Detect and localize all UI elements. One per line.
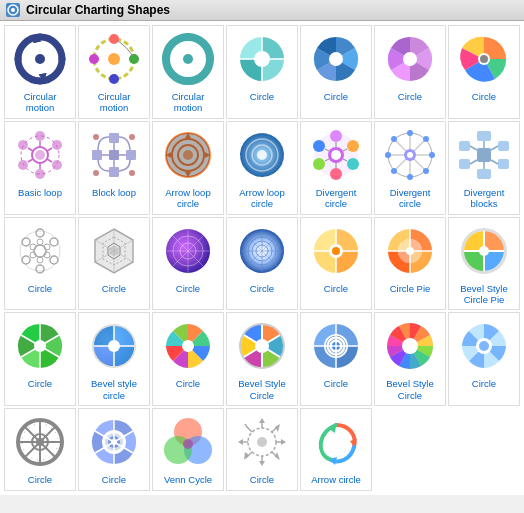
shape-label: Circle bbox=[324, 283, 348, 294]
svg-point-112 bbox=[50, 238, 58, 246]
shape-circle-1[interactable]: Circle bbox=[226, 25, 298, 119]
shape-circle-4[interactable]: Circle bbox=[448, 25, 520, 119]
shape-circle-16[interactable]: Circle bbox=[226, 408, 298, 490]
shape-circle-15[interactable]: Circle bbox=[78, 408, 150, 490]
svg-line-41 bbox=[28, 159, 33, 162]
shape-label: Circle bbox=[324, 378, 348, 389]
shape-label: Divergentcircle bbox=[390, 187, 431, 210]
svg-marker-212 bbox=[259, 418, 265, 423]
shape-label: Circle bbox=[250, 283, 274, 294]
svg-marker-222 bbox=[275, 452, 280, 460]
shape-circle-7[interactable]: Circle bbox=[152, 217, 224, 311]
shape-basic-loop[interactable]: Basic loop bbox=[4, 121, 76, 215]
shape-venn-cycle[interactable]: Venn Cycle bbox=[152, 408, 224, 490]
shape-circle-3[interactable]: Circle bbox=[374, 25, 446, 119]
shape-label: Bevel StyleCircle bbox=[238, 378, 286, 401]
shape-divergent-circle-1[interactable]: Divergentcircle bbox=[300, 121, 372, 215]
shape-label: Bevel StyleCircle bbox=[386, 378, 434, 401]
svg-rect-46 bbox=[126, 150, 136, 160]
svg-point-186 bbox=[402, 338, 418, 354]
shape-label: Bevel StyleCircle Pie bbox=[460, 283, 508, 306]
svg-line-108 bbox=[470, 160, 477, 164]
svg-point-72 bbox=[313, 158, 325, 170]
svg-marker-216 bbox=[259, 461, 265, 466]
svg-rect-102 bbox=[459, 159, 470, 169]
shape-circular-motion-3[interactable]: Circularmotion bbox=[152, 25, 224, 119]
shape-circle-6[interactable]: Circle bbox=[78, 217, 150, 311]
svg-point-116 bbox=[22, 238, 30, 246]
svg-point-71 bbox=[330, 168, 342, 180]
shape-label: Circle bbox=[472, 91, 496, 102]
title-text: Circular Charting Shapes bbox=[26, 3, 170, 17]
shape-label: Circle bbox=[472, 378, 496, 389]
shape-circle-14[interactable]: Circle bbox=[4, 408, 76, 490]
svg-point-49 bbox=[93, 134, 99, 140]
shape-circle-10[interactable]: Circle bbox=[4, 312, 76, 406]
svg-point-115 bbox=[22, 256, 30, 264]
svg-point-170 bbox=[108, 340, 120, 352]
shape-circle-13[interactable]: Circle bbox=[448, 312, 520, 406]
shape-label: Block loop bbox=[92, 187, 136, 198]
shape-label: Circle bbox=[102, 283, 126, 294]
svg-line-109 bbox=[470, 146, 477, 150]
shape-bevel-style-circle-3[interactable]: Bevel StyleCircle bbox=[374, 312, 446, 406]
app-icon bbox=[6, 3, 20, 17]
shape-circle-pie[interactable]: Circle Pie bbox=[374, 217, 446, 311]
shape-label: Venn Cycle bbox=[164, 474, 212, 485]
svg-point-111 bbox=[36, 229, 44, 237]
svg-point-8 bbox=[35, 54, 45, 64]
svg-point-113 bbox=[50, 256, 58, 264]
svg-point-96 bbox=[391, 136, 397, 142]
svg-point-75 bbox=[331, 150, 341, 160]
shape-circular-motion-2[interactable]: Circularmotion bbox=[78, 25, 150, 119]
shape-circle-8[interactable]: Circle bbox=[226, 217, 298, 311]
svg-point-178 bbox=[255, 339, 269, 353]
svg-point-118 bbox=[37, 239, 43, 245]
shape-label: Circularmotion bbox=[172, 91, 205, 114]
shape-bevel-style-circle[interactable]: Bevel stylecircle bbox=[78, 312, 150, 406]
svg-point-88 bbox=[407, 152, 413, 158]
shape-circular-motion-1[interactable]: Circularmotion bbox=[4, 25, 76, 119]
shape-arrow-circle[interactable]: Arrow circle bbox=[300, 408, 372, 490]
shape-label: Arrow loopcircle bbox=[239, 187, 284, 210]
svg-rect-98 bbox=[477, 131, 491, 141]
svg-point-94 bbox=[423, 168, 429, 174]
svg-point-73 bbox=[313, 140, 325, 152]
shape-arrow-loop-circle-2[interactable]: Arrow loopcircle bbox=[226, 121, 298, 215]
svg-point-92 bbox=[385, 152, 391, 158]
svg-point-10 bbox=[109, 34, 119, 44]
shape-bevel-style-circle-2[interactable]: Bevel StyleCircle bbox=[226, 312, 298, 406]
svg-point-227 bbox=[257, 437, 267, 447]
svg-point-68 bbox=[330, 130, 342, 142]
svg-point-23 bbox=[329, 52, 343, 66]
shape-label: Circle bbox=[176, 378, 200, 389]
svg-point-12 bbox=[109, 74, 119, 84]
shape-circle-5[interactable]: Circle bbox=[4, 217, 76, 311]
shape-divergent-blocks[interactable]: Divergentblocks bbox=[448, 121, 520, 215]
svg-point-114 bbox=[36, 265, 44, 273]
svg-line-42 bbox=[28, 148, 33, 151]
shape-label: Divergentblocks bbox=[464, 187, 505, 210]
svg-point-2 bbox=[11, 8, 15, 12]
shape-label: Circle bbox=[250, 91, 274, 102]
svg-point-209 bbox=[183, 439, 193, 449]
shape-label: Circle bbox=[250, 474, 274, 485]
shape-circle-11[interactable]: Circle bbox=[152, 312, 224, 406]
shape-bevel-circle-pie[interactable]: Bevel StyleCircle Pie bbox=[448, 217, 520, 311]
svg-point-16 bbox=[183, 54, 193, 64]
svg-marker-226 bbox=[244, 424, 249, 429]
svg-point-50 bbox=[129, 134, 135, 140]
shape-label: Circle bbox=[176, 283, 200, 294]
shape-circle-2[interactable]: Circle bbox=[300, 25, 372, 119]
shape-arrow-loop-circle-1[interactable]: Arrow loopcircle bbox=[152, 121, 224, 215]
shape-label: Circle bbox=[28, 283, 52, 294]
shape-circle-9[interactable]: Circle bbox=[300, 217, 372, 311]
shape-circle-12[interactable]: Circle bbox=[300, 312, 372, 406]
shape-label: Circularmotion bbox=[98, 91, 131, 114]
shape-divergent-circle-2[interactable]: Divergentcircle bbox=[374, 121, 446, 215]
svg-point-25 bbox=[403, 52, 417, 66]
shape-block-loop[interactable]: Block loop bbox=[78, 121, 150, 215]
svg-rect-45 bbox=[109, 133, 119, 143]
svg-line-106 bbox=[491, 160, 498, 164]
title-bar: Circular Charting Shapes bbox=[0, 0, 524, 21]
